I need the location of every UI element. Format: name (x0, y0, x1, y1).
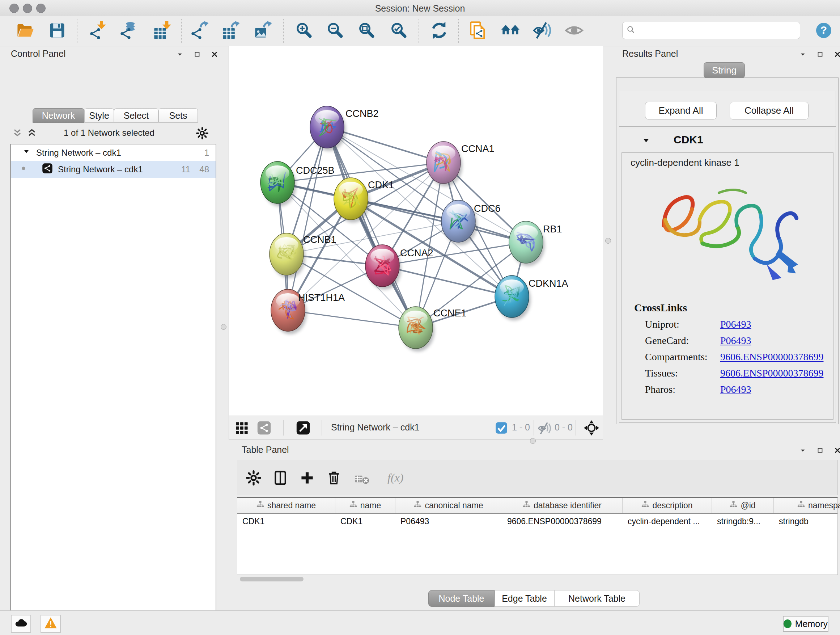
column-type-icon (641, 501, 649, 510)
float-panel-icon[interactable] (174, 48, 186, 60)
zoom-out-button[interactable] (325, 21, 346, 42)
zoom-selected-region-button[interactable] (388, 21, 409, 42)
network-node-CCNB1[interactable] (270, 233, 305, 278)
network-node-CCNA2[interactable] (365, 245, 401, 290)
network-node-CDKN1A[interactable] (495, 276, 531, 320)
add-column-icon[interactable] (297, 468, 317, 488)
collection-expand-icon[interactable] (22, 148, 30, 158)
delete-column-icon[interactable] (324, 468, 344, 488)
close-panel-icon[interactable] (831, 444, 840, 456)
right-splitter-handle[interactable] (605, 238, 611, 244)
left-splitter-handle[interactable] (221, 324, 226, 330)
export-image-button[interactable] (253, 21, 273, 42)
network-node-RB1[interactable] (509, 221, 545, 266)
network-edge[interactable] (288, 127, 327, 310)
close-panel-icon[interactable] (831, 48, 840, 60)
column-header-database-identifier[interactable]: database identifier (502, 498, 622, 513)
grid-view-icon[interactable] (235, 421, 248, 436)
column-header-canonical-name[interactable]: canonical name (395, 498, 502, 513)
crosslink-genecard-link[interactable]: P06493 (720, 335, 752, 347)
node-label-HIST1H1A: HIST1H1A (298, 292, 345, 303)
network-canvas[interactable]: CCNB2CCNA1CDC25BCDK1CDC6RB1CCNB1CCNA2CDK… (229, 46, 603, 416)
collapse-all-button[interactable]: Collapse All (729, 102, 808, 119)
table-cell: P06493 (395, 514, 502, 529)
network-row-selected[interactable]: String Network – cdk1 11 48 (11, 161, 216, 178)
column-header-namespace[interactable]: namespace (774, 498, 840, 513)
network-options-gear-icon[interactable] (196, 127, 208, 141)
import-table-from-file-button[interactable] (152, 21, 172, 42)
title-bar: Session: New Session (0, 0, 840, 17)
column-type-icon (523, 501, 531, 510)
zoom-fit-content-button[interactable] (356, 21, 377, 42)
network-node-CCNA1[interactable] (426, 141, 462, 187)
close-panel-icon[interactable] (208, 48, 221, 60)
show-columns-icon[interactable] (271, 468, 290, 488)
bottom-splitter-handle[interactable] (530, 438, 536, 444)
tab-style[interactable]: Style (84, 108, 114, 123)
string-network-graph[interactable]: CCNB2CCNA1CDC25BCDK1CDC6RB1CCNB1CCNA2CDK… (229, 46, 603, 416)
clone-network-button[interactable] (468, 21, 489, 42)
maximize-panel-icon[interactable] (191, 48, 203, 60)
maximize-panel-icon[interactable] (814, 444, 826, 456)
crosslink-compartments-link[interactable]: 9606.ENSP00000378699 (720, 351, 823, 363)
table-cell: CDK1 (335, 514, 395, 529)
control-panel-title: Control Panel (11, 49, 65, 59)
tab-string[interactable]: String (704, 62, 745, 78)
network-edge[interactable] (288, 310, 416, 328)
tab-network-table[interactable]: Network Table (554, 590, 639, 607)
crosslink-row: Tissues: 9606.ENSP00000378699 (645, 367, 833, 379)
zoom-in-button[interactable] (294, 21, 315, 42)
tab-select[interactable]: Select (114, 108, 158, 123)
import-network-from-file-button[interactable] (88, 21, 109, 42)
network-node-CCNE1[interactable] (399, 307, 434, 352)
network-node-CCNB2[interactable] (310, 106, 346, 151)
tab-sets[interactable]: Sets (158, 108, 198, 123)
column-header-shared-name[interactable]: shared name (237, 498, 335, 513)
hide-string-glyphs-button[interactable] (532, 21, 553, 42)
column-header-name[interactable]: name (335, 498, 395, 513)
network-node-CDC6[interactable] (441, 200, 477, 245)
search-field[interactable] (622, 22, 800, 39)
tab-network[interactable]: Network (33, 108, 84, 123)
node-label-CDC6: CDC6 (474, 203, 501, 214)
crosslink-pharos-link[interactable]: P06493 (720, 384, 752, 395)
tab-node-table[interactable]: Node Table (428, 590, 494, 607)
crosslink-uniprot-link[interactable]: P06493 (720, 318, 752, 330)
open-session-button[interactable] (14, 21, 35, 42)
table-options-gear-icon[interactable] (244, 468, 264, 488)
apply-preferred-layout-button[interactable] (429, 21, 450, 42)
tab-edge-table[interactable]: Edge Table (494, 590, 554, 607)
maximize-panel-icon[interactable] (814, 48, 826, 60)
expand-all-button[interactable]: Expand All (645, 102, 717, 119)
birds-eye-view-icon[interactable] (296, 421, 310, 436)
crosslink-tissues-link[interactable]: 9606.ENSP00000378699 (720, 367, 823, 379)
network-view-icon[interactable] (257, 421, 271, 436)
selected-items-checkbox-icon[interactable] (495, 421, 508, 436)
network-node-CDK1[interactable] (334, 178, 370, 223)
float-panel-icon[interactable] (797, 444, 809, 456)
network-collection-row[interactable]: String Network – cdk1 1 (11, 144, 216, 161)
export-table-button[interactable] (220, 21, 241, 42)
import-network-from-database-icon (119, 21, 138, 41)
entry-expand-icon[interactable] (642, 136, 651, 147)
fit-selected-target-icon[interactable] (584, 420, 600, 437)
table-row[interactable]: CDK1CDK1P064939606.ENSP00000378699cyclin… (237, 514, 837, 529)
save-session-button[interactable] (47, 21, 68, 42)
column-header--id[interactable]: @id (712, 498, 774, 513)
scrollbar-thumb[interactable] (240, 577, 303, 581)
table-horizontal-scrollbar[interactable] (238, 576, 836, 582)
network-node-count: 11 (181, 165, 190, 174)
cloud-tasks-button[interactable] (11, 615, 31, 633)
string-home-button[interactable] (500, 21, 521, 42)
crosslink-row: Pharos: P06493 (645, 384, 833, 395)
column-type-icon (729, 501, 737, 510)
help-button[interactable]: ? (813, 21, 834, 42)
search-input[interactable] (638, 25, 796, 36)
control-panel: Control Panel Network Style Select Sets … (4, 46, 215, 610)
column-header-description[interactable]: description (622, 498, 712, 513)
memory-button[interactable]: Memory (783, 616, 829, 632)
export-network-button[interactable] (189, 21, 210, 42)
float-panel-icon[interactable] (797, 48, 809, 60)
warnings-button[interactable] (41, 615, 61, 633)
import-network-from-database-button[interactable] (118, 21, 139, 42)
